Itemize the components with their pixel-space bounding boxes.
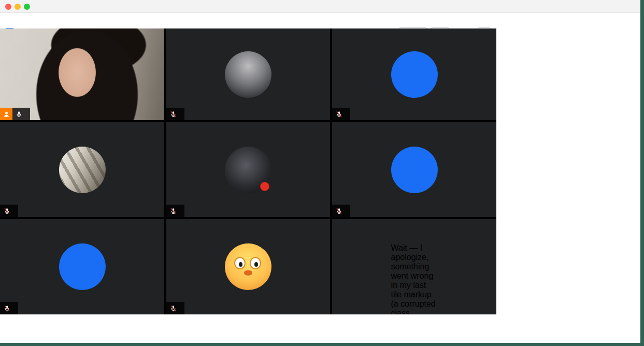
meeting-window: Wait — I apologize, something went wrong… (0, 0, 640, 343)
minimize-window-button[interactable] (15, 4, 21, 10)
host-badge-icon (0, 108, 12, 120)
video-tile-heying[interactable] (332, 122, 496, 217)
avatar (59, 147, 106, 193)
video-tile-weigongcan[interactable] (0, 122, 164, 217)
video-tile-karrie[interactable] (166, 28, 330, 120)
avatar-initials (59, 243, 106, 290)
avatar (225, 243, 271, 290)
tile-name-label (166, 302, 184, 314)
video-grid: Wait — I apologize, something went wrong… (0, 28, 496, 314)
tile-name-label (0, 108, 30, 120)
mic-on-icon (16, 111, 22, 118)
flag-badge (260, 182, 269, 191)
mic-muted-icon (336, 111, 342, 118)
mic-muted-icon (4, 208, 10, 214)
top-toolbar (0, 13, 498, 28)
close-window-button[interactable] (5, 4, 11, 10)
video-tile-wuxiaoli[interactable] (166, 219, 330, 314)
live-video-feed (0, 28, 164, 120)
tile-name-label (166, 205, 184, 217)
tile-name-label (166, 108, 184, 120)
video-tile-yangmin[interactable] (332, 28, 496, 120)
title-bar (0, 0, 640, 13)
tile-name-label (0, 205, 18, 217)
tencent-meeting-app: Wait — I apologize, something went wrong… (0, 0, 644, 346)
video-tile-zhucuiling[interactable] (0, 28, 164, 120)
video-tile-shenxiaoqin[interactable] (166, 122, 330, 217)
avatar-initials (391, 51, 438, 98)
video-tile-yuanlujia[interactable]: Wait — I apologize, something went wrong… (332, 219, 496, 314)
mic-muted-icon (170, 111, 177, 118)
avatar (225, 51, 271, 98)
mic-muted-icon (4, 305, 10, 312)
mic-muted-icon (336, 208, 342, 214)
video-tile-tanxueyong[interactable] (0, 219, 164, 314)
tile-name-label (332, 205, 350, 217)
avatar-initials (391, 147, 438, 193)
maximize-window-button[interactable] (24, 4, 30, 10)
avatar (225, 147, 271, 193)
tile-name-label (0, 302, 18, 314)
tile-name-label (332, 108, 350, 120)
mic-muted-icon (170, 208, 177, 214)
mic-muted-icon (170, 305, 177, 312)
